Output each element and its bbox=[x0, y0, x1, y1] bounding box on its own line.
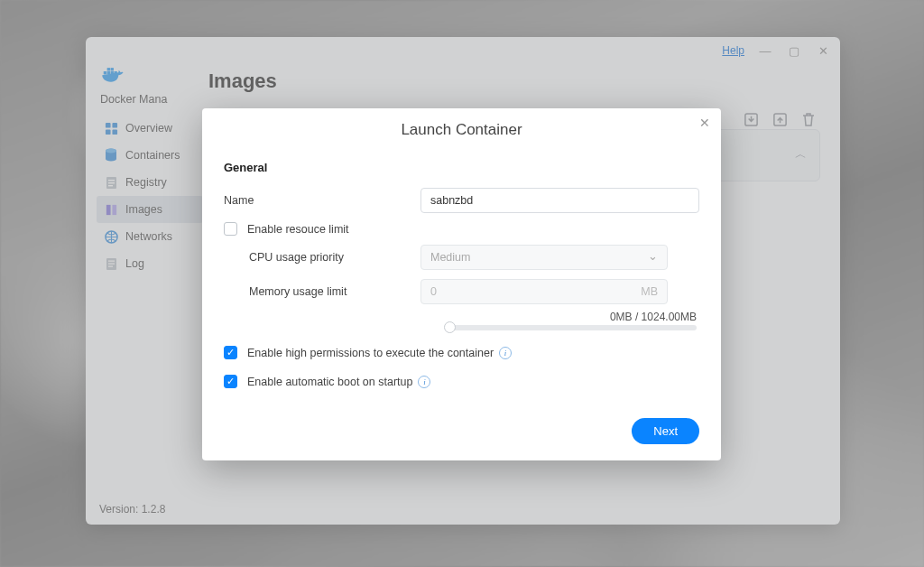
slider-thumb bbox=[444, 321, 456, 333]
memory-value: 0 bbox=[430, 285, 437, 298]
launch-container-modal: ✕ Launch Container General Name Enable r… bbox=[202, 108, 721, 460]
resource-limit-checkbox[interactable] bbox=[224, 222, 237, 236]
auto-boot-label: Enable automatic boot on startup bbox=[247, 376, 412, 388]
memory-slider bbox=[446, 325, 697, 330]
section-general: General bbox=[224, 153, 699, 183]
memory-unit: MB bbox=[641, 285, 658, 298]
memory-label: Memory usage limit bbox=[249, 285, 420, 298]
cpu-priority-select: Medium bbox=[420, 245, 668, 270]
name-label: Name bbox=[224, 194, 420, 207]
next-button[interactable]: Next bbox=[632, 418, 699, 444]
high-permissions-label: Enable high permissions to execute the c… bbox=[247, 347, 494, 359]
memory-input: 0 MB bbox=[420, 279, 668, 304]
info-icon[interactable]: i bbox=[418, 376, 430, 388]
close-icon[interactable]: ✕ bbox=[699, 116, 710, 130]
name-input[interactable] bbox=[420, 188, 699, 213]
resource-limit-label: Enable resouce limit bbox=[247, 223, 349, 236]
high-permissions-checkbox[interactable] bbox=[224, 346, 237, 359]
modal-title: Launch Container bbox=[224, 121, 699, 153]
auto-boot-checkbox[interactable] bbox=[224, 375, 237, 388]
info-icon[interactable]: i bbox=[499, 347, 512, 359]
memory-slider-label: 0MB / 1024.00MB bbox=[610, 311, 697, 325]
cpu-label: CPU usage priority bbox=[249, 251, 420, 264]
